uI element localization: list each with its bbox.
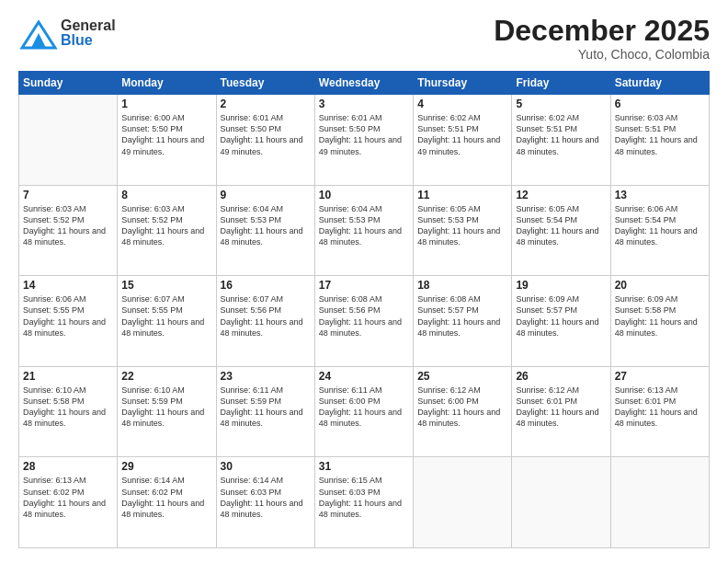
table-row: 24Sunrise: 6:11 AM Sunset: 6:00 PM Dayli… [314, 366, 413, 457]
table-row: 10Sunrise: 6:04 AM Sunset: 5:53 PM Dayli… [314, 185, 413, 276]
day-info: Sunrise: 6:07 AM Sunset: 5:55 PM Dayligh… [121, 293, 211, 339]
header-thursday: Thursday [414, 72, 512, 95]
day-info: Sunrise: 6:04 AM Sunset: 5:53 PM Dayligh… [221, 203, 311, 248]
day-number: 11 [417, 189, 507, 201]
page: General Blue December 2025 Yuto, Choco, … [0, 0, 728, 563]
logo-blue-text: Blue [61, 33, 116, 48]
day-info: Sunrise: 6:08 AM Sunset: 5:57 PM Dayligh… [417, 293, 507, 339]
day-info: Sunrise: 6:03 AM Sunset: 5:52 PM Dayligh… [121, 203, 211, 248]
day-number: 1 [121, 98, 211, 110]
day-number: 16 [221, 279, 311, 292]
day-info: Sunrise: 6:11 AM Sunset: 5:59 PM Dayligh… [221, 385, 311, 430]
day-info: Sunrise: 6:11 AM Sunset: 6:00 PM Dayligh… [319, 385, 409, 430]
day-info: Sunrise: 6:14 AM Sunset: 6:03 PM Dayligh… [221, 475, 311, 520]
day-info: Sunrise: 6:13 AM Sunset: 6:02 PM Dayligh… [23, 475, 113, 520]
day-number: 27 [615, 370, 705, 383]
day-info: Sunrise: 6:09 AM Sunset: 5:57 PM Dayligh… [516, 293, 606, 339]
table-row: 20Sunrise: 6:09 AM Sunset: 5:58 PM Dayli… [610, 276, 709, 367]
table-row: 9Sunrise: 6:04 AM Sunset: 5:53 PM Daylig… [216, 185, 314, 276]
day-info: Sunrise: 6:00 AM Sunset: 5:50 PM Dayligh… [121, 112, 211, 157]
day-info: Sunrise: 6:10 AM Sunset: 5:59 PM Dayligh… [121, 385, 211, 430]
day-number: 19 [516, 279, 606, 292]
day-number: 6 [615, 98, 705, 110]
table-row: 11Sunrise: 6:05 AM Sunset: 5:53 PM Dayli… [414, 185, 512, 276]
day-info: Sunrise: 6:03 AM Sunset: 5:52 PM Dayligh… [23, 203, 113, 248]
table-row: 13Sunrise: 6:06 AM Sunset: 5:54 PM Dayli… [610, 185, 709, 276]
table-row: 14Sunrise: 6:06 AM Sunset: 5:55 PM Dayli… [19, 276, 118, 367]
day-info: Sunrise: 6:04 AM Sunset: 5:53 PM Dayligh… [319, 203, 409, 248]
header-wednesday: Wednesday [314, 72, 413, 95]
day-number: 23 [221, 370, 311, 383]
table-row: 3Sunrise: 6:01 AM Sunset: 5:50 PM Daylig… [314, 95, 413, 186]
day-number: 9 [221, 189, 311, 201]
calendar-week-row: 7Sunrise: 6:03 AM Sunset: 5:52 PM Daylig… [19, 185, 710, 276]
day-number: 15 [121, 279, 211, 292]
day-info: Sunrise: 6:06 AM Sunset: 5:54 PM Dayligh… [615, 203, 705, 248]
day-number: 24 [319, 370, 409, 383]
day-number: 18 [417, 279, 507, 292]
day-number: 8 [121, 189, 211, 201]
calendar-table: Sunday Monday Tuesday Wednesday Thursday… [18, 71, 710, 548]
day-info: Sunrise: 6:13 AM Sunset: 6:01 PM Dayligh… [615, 385, 705, 430]
location: Yuto, Choco, Colombia [494, 47, 710, 62]
day-number: 17 [319, 279, 409, 292]
day-info: Sunrise: 6:05 AM Sunset: 5:53 PM Dayligh… [417, 203, 507, 248]
table-row: 29Sunrise: 6:14 AM Sunset: 6:02 PM Dayli… [118, 457, 216, 548]
header: General Blue December 2025 Yuto, Choco, … [18, 15, 710, 62]
day-info: Sunrise: 6:12 AM Sunset: 6:00 PM Dayligh… [417, 385, 507, 430]
table-row: 21Sunrise: 6:10 AM Sunset: 5:58 PM Dayli… [19, 366, 118, 457]
logo: General Blue [18, 15, 116, 52]
day-info: Sunrise: 6:01 AM Sunset: 5:50 PM Dayligh… [319, 112, 409, 157]
table-row: 15Sunrise: 6:07 AM Sunset: 5:55 PM Dayli… [118, 276, 216, 367]
table-row [610, 457, 709, 548]
day-number: 29 [121, 460, 211, 473]
calendar-header-row: Sunday Monday Tuesday Wednesday Thursday… [19, 72, 710, 95]
day-info: Sunrise: 6:05 AM Sunset: 5:54 PM Dayligh… [516, 203, 606, 248]
table-row: 6Sunrise: 6:03 AM Sunset: 5:51 PM Daylig… [610, 95, 709, 186]
day-info: Sunrise: 6:02 AM Sunset: 5:51 PM Dayligh… [516, 112, 606, 157]
day-number: 3 [319, 98, 409, 110]
table-row [414, 457, 512, 548]
day-number: 28 [23, 460, 113, 473]
day-info: Sunrise: 6:02 AM Sunset: 5:51 PM Dayligh… [417, 112, 507, 157]
day-number: 2 [221, 98, 311, 110]
day-info: Sunrise: 6:09 AM Sunset: 5:58 PM Dayligh… [615, 293, 705, 339]
day-number: 22 [121, 370, 211, 383]
day-number: 7 [23, 189, 113, 201]
table-row [512, 457, 610, 548]
day-number: 10 [319, 189, 409, 201]
day-info: Sunrise: 6:03 AM Sunset: 5:51 PM Dayligh… [615, 112, 705, 157]
day-info: Sunrise: 6:07 AM Sunset: 5:56 PM Dayligh… [221, 293, 311, 339]
calendar-week-row: 1Sunrise: 6:00 AM Sunset: 5:50 PM Daylig… [19, 95, 710, 186]
calendar-week-row: 28Sunrise: 6:13 AM Sunset: 6:02 PM Dayli… [19, 457, 710, 548]
logo-icon [18, 15, 59, 52]
table-row: 19Sunrise: 6:09 AM Sunset: 5:57 PM Dayli… [512, 276, 610, 367]
logo-name: General Blue [61, 18, 116, 48]
calendar-week-row: 14Sunrise: 6:06 AM Sunset: 5:55 PM Dayli… [19, 276, 710, 367]
table-row [19, 95, 118, 186]
table-row: 18Sunrise: 6:08 AM Sunset: 5:57 PM Dayli… [414, 276, 512, 367]
day-info: Sunrise: 6:15 AM Sunset: 6:03 PM Dayligh… [319, 475, 409, 520]
header-monday: Monday [118, 72, 216, 95]
table-row: 23Sunrise: 6:11 AM Sunset: 5:59 PM Dayli… [216, 366, 314, 457]
header-friday: Friday [512, 72, 610, 95]
day-info: Sunrise: 6:14 AM Sunset: 6:02 PM Dayligh… [121, 475, 211, 520]
day-number: 30 [221, 460, 311, 473]
table-row: 8Sunrise: 6:03 AM Sunset: 5:52 PM Daylig… [118, 185, 216, 276]
day-number: 20 [615, 279, 705, 292]
calendar-week-row: 21Sunrise: 6:10 AM Sunset: 5:58 PM Dayli… [19, 366, 710, 457]
day-number: 31 [319, 460, 409, 473]
table-row: 22Sunrise: 6:10 AM Sunset: 5:59 PM Dayli… [118, 366, 216, 457]
table-row: 4Sunrise: 6:02 AM Sunset: 5:51 PM Daylig… [414, 95, 512, 186]
table-row: 7Sunrise: 6:03 AM Sunset: 5:52 PM Daylig… [19, 185, 118, 276]
table-row: 2Sunrise: 6:01 AM Sunset: 5:50 PM Daylig… [216, 95, 314, 186]
logo-general-text: General [61, 18, 116, 33]
table-row: 27Sunrise: 6:13 AM Sunset: 6:01 PM Dayli… [610, 366, 709, 457]
day-info: Sunrise: 6:06 AM Sunset: 5:55 PM Dayligh… [23, 293, 113, 339]
day-number: 5 [516, 98, 606, 110]
month-title: December 2025 [494, 15, 710, 47]
day-info: Sunrise: 6:01 AM Sunset: 5:50 PM Dayligh… [221, 112, 311, 157]
table-row: 28Sunrise: 6:13 AM Sunset: 6:02 PM Dayli… [19, 457, 118, 548]
header-saturday: Saturday [610, 72, 709, 95]
table-row: 26Sunrise: 6:12 AM Sunset: 6:01 PM Dayli… [512, 366, 610, 457]
